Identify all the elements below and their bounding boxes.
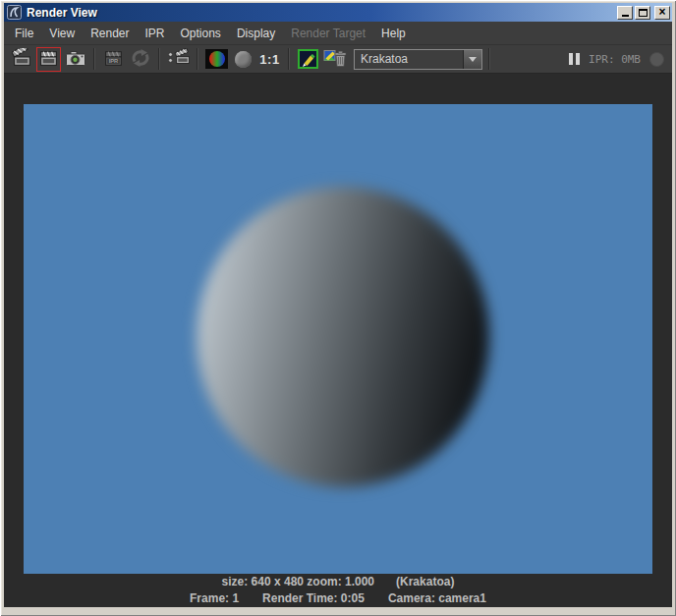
menu-item-render-target: Render Target (289, 25, 367, 42)
pause-icon (569, 53, 573, 65)
maya-app-icon[interactable] (7, 5, 22, 20)
image-info-bar: size: 640 x 480 zoom: 1.000 (Krakatoa) (4, 574, 672, 589)
keep-image-button[interactable] (296, 47, 320, 72)
remove-image-button[interactable] (322, 47, 347, 72)
toolbar-separator (158, 48, 160, 70)
alpha-circle-icon (235, 51, 252, 68)
pause-icon (576, 53, 580, 65)
chevron-down-icon (469, 57, 477, 62)
renderer-dropdown[interactable]: Krakatoa (354, 49, 482, 70)
ipr-clapperboard-icon: IPR (103, 48, 125, 71)
display-alpha-channel-button[interactable] (231, 47, 255, 72)
remove-image-trash-icon (323, 48, 347, 71)
menu-item-display[interactable]: Display (235, 25, 277, 42)
close-button[interactable]: × (654, 6, 670, 20)
toolbar-separator (197, 48, 198, 70)
render-status-bar: Frame: 1 Render Time: 0:05 Camera: camer… (4, 589, 672, 607)
circular-arrows-icon (130, 48, 151, 71)
render-current-frame-button[interactable] (10, 47, 34, 72)
maximize-button[interactable] (635, 6, 650, 20)
toolbar-separator (288, 48, 290, 70)
renderer-dropdown-value: Krakatoa (355, 52, 463, 66)
redo-previous-render-button[interactable] (36, 47, 61, 72)
menu-item-ipr[interactable]: IPR (143, 25, 167, 42)
menu-item-options[interactable]: Options (179, 25, 223, 42)
ipr-memory-label: IPR: 0MB (589, 53, 641, 66)
ipr-pause-button[interactable] (569, 53, 580, 65)
snapshot-button[interactable] (63, 47, 87, 72)
window-controls: × (617, 6, 670, 20)
toolbar-separator (488, 48, 490, 70)
rendered-sphere (197, 187, 489, 487)
toolbar-separator (93, 48, 95, 70)
render-time-label: Render Time: 0:05 (262, 591, 365, 605)
display-real-size-button[interactable]: 1:1 (257, 47, 282, 72)
camera-label: Camera: camera1 (388, 591, 486, 605)
refresh-ipr-button (128, 47, 152, 72)
display-rgb-channels-button[interactable] (204, 47, 229, 72)
frame-label: Frame: 1 (190, 591, 239, 605)
maximize-icon (639, 9, 648, 17)
render-target-label: (Krakatoa) (396, 575, 454, 588)
menu-item-render[interactable]: Render (88, 25, 131, 42)
dropdown-arrow-button[interactable] (463, 50, 481, 69)
render-view-window: Render View × File View Render IPR Optio… (0, 0, 676, 616)
window-title: Render View (27, 6, 617, 20)
camera-icon (65, 49, 86, 70)
menu-item-view[interactable]: View (47, 25, 77, 42)
render-region-button[interactable] (166, 47, 191, 72)
menu-item-help[interactable]: Help (379, 25, 408, 42)
titlebar: Render View × (4, 3, 672, 22)
clapperboard-icon (38, 48, 60, 71)
rgb-circle-icon (205, 49, 228, 69)
menubar: File View Render IPR Options Display Ren… (4, 22, 672, 45)
minimize-button[interactable] (617, 6, 633, 20)
minimize-icon (622, 15, 629, 17)
rendered-image-canvas[interactable] (24, 104, 652, 574)
keep-image-icon (298, 49, 318, 69)
close-icon: × (658, 6, 665, 18)
toolbar: IPR (4, 45, 672, 73)
region-clapperboard-icon (167, 48, 191, 71)
ipr-render-current-frame-button: IPR (101, 47, 126, 72)
render-view-client: size: 640 x 480 zoom: 1.000 (Krakatoa) F… (4, 73, 672, 607)
svg-text:IPR: IPR (108, 58, 118, 64)
open-clapperboard-icon (12, 48, 33, 71)
ipr-status-group: IPR: 0MB (569, 52, 664, 67)
image-size-zoom-label: size: 640 x 480 zoom: 1.000 (222, 575, 374, 588)
menu-item-file[interactable]: File (13, 25, 35, 42)
render-progress-indicator-icon (649, 52, 664, 67)
one-to-one-label: 1:1 (259, 52, 279, 67)
